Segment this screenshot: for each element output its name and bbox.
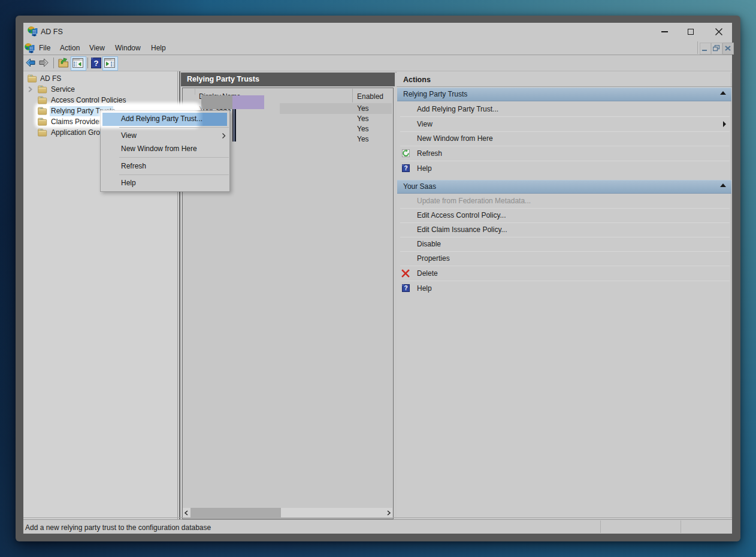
- svg-text:?: ?: [404, 285, 407, 291]
- svg-text:?: ?: [404, 165, 407, 171]
- svg-text:?: ?: [94, 59, 99, 68]
